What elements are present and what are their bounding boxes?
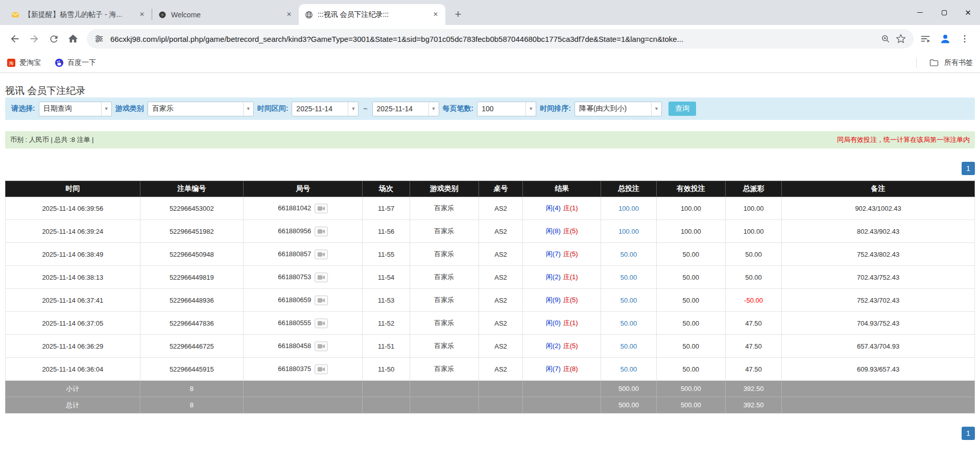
minimize-button[interactable] xyxy=(908,0,932,25)
table-row: 2025-11-14 06:38:49 522966450948 6618808… xyxy=(6,243,975,266)
time-cell: 2025-11-14 06:37:41 xyxy=(6,289,140,312)
divider xyxy=(916,58,917,68)
video-replay-icon[interactable] xyxy=(315,364,328,374)
valid-bet-cell: 100.00 xyxy=(656,197,725,220)
home-button[interactable] xyxy=(63,29,83,48)
video-replay-icon[interactable] xyxy=(315,318,328,328)
sort-order-label: 时间排序: xyxy=(540,104,571,113)
bet-records-table: 时间 注单编号 局号 场次 游戏类别 桌号 结果 总投注 有效投注 总派彩 备注… xyxy=(5,181,975,413)
tabs: 【新提醒】杨雪儿的帖子 - 海... ✕ Welcome ✕ :::视讯 会员下… xyxy=(0,4,466,25)
bet-id-cell: 522966449819 xyxy=(140,266,243,289)
tab-title: Welcome xyxy=(171,11,280,19)
valid-bet-cell: 50.00 xyxy=(656,335,725,358)
close-icon[interactable]: ✕ xyxy=(284,10,294,19)
folder-icon xyxy=(929,58,939,68)
sort-order-select[interactable]: 降幂(由大到小) ▼ xyxy=(575,102,662,116)
video-replay-icon[interactable] xyxy=(315,204,328,213)
valid-bet-cell: 50.00 xyxy=(656,266,725,289)
profile-avatar-icon[interactable] xyxy=(939,33,951,45)
url-text: 66cxkj98.com/ipl/portal.php/game/betreco… xyxy=(110,35,872,43)
game-type-select[interactable]: 百家乐 ▼ xyxy=(148,102,254,116)
game-type-cell: 百家乐 xyxy=(410,243,479,266)
chevron-down-icon: ▼ xyxy=(651,102,661,116)
close-icon[interactable]: ✕ xyxy=(137,10,147,19)
tab-strip: 【新提醒】杨雪儿的帖子 - 海... ✕ Welcome ✕ :::视讯 会员下… xyxy=(0,0,980,25)
video-replay-icon[interactable] xyxy=(315,273,328,282)
video-replay-icon[interactable] xyxy=(315,250,328,259)
valid-bet-cell: 100.00 xyxy=(656,220,725,243)
game-type-cell: 百家乐 xyxy=(410,266,479,289)
video-replay-icon[interactable] xyxy=(315,227,328,236)
new-tab-button[interactable]: + xyxy=(450,7,466,22)
time-cell: 2025-11-14 06:39:24 xyxy=(6,220,140,243)
bet-id-cell: 522966445915 xyxy=(140,358,243,381)
result-player: 闲(8) xyxy=(546,227,561,235)
total-bet-cell[interactable]: 100.00 xyxy=(601,220,656,243)
total-bet-cell[interactable]: 50.00 xyxy=(601,358,656,381)
result-player: 闲(7) xyxy=(546,365,561,373)
bookmark-taobao[interactable]: 淘 爱淘宝 xyxy=(7,58,41,67)
date-from-select[interactable]: 2025-11-14 ▼ xyxy=(292,102,358,116)
all-bookmarks[interactable]: 所有书签 xyxy=(916,58,973,68)
browser-window: 【新提醒】杨雪儿的帖子 - 海... ✕ Welcome ✕ :::视讯 会员下… xyxy=(0,0,980,440)
subtotal-payout: 392.50 xyxy=(725,381,781,397)
page-1-button[interactable]: 1 xyxy=(962,427,975,440)
tab-title: :::视讯 会员下注纪录::: xyxy=(318,10,426,19)
page-1-button[interactable]: 1 xyxy=(962,162,975,175)
video-replay-icon[interactable] xyxy=(315,296,328,305)
forward-button[interactable] xyxy=(25,29,44,48)
media-controls-icon[interactable] xyxy=(920,33,931,44)
date-range-separator: ~ xyxy=(363,105,367,113)
table-header-row: 时间 注单编号 局号 场次 游戏类别 桌号 结果 总投注 有效投注 总派彩 备注 xyxy=(6,181,975,197)
chevron-down-icon: ▼ xyxy=(428,102,439,116)
close-icon[interactable]: ✕ xyxy=(431,10,440,19)
menu-dots-icon[interactable] xyxy=(960,34,970,44)
chevron-down-icon: ▼ xyxy=(525,102,536,116)
site-settings-icon[interactable] xyxy=(94,34,104,44)
search-button[interactable]: 查询 xyxy=(668,102,696,116)
table-row: 2025-11-14 06:39:24 522966451982 6618809… xyxy=(6,220,975,243)
back-button[interactable] xyxy=(5,29,25,48)
table-row: 2025-11-14 06:38:13 522966449819 6618807… xyxy=(6,266,975,289)
maximize-button[interactable] xyxy=(932,0,956,25)
payout-cell: 47.50 xyxy=(725,312,781,335)
total-bet-cell[interactable]: 100.00 xyxy=(601,197,656,220)
tab-bet-record[interactable]: :::视讯 会员下注纪录::: ✕ xyxy=(299,4,445,25)
subtotal-valid-bet: 500.00 xyxy=(656,381,725,397)
tab-welcome[interactable]: Welcome ✕ xyxy=(152,4,299,25)
page-size-select[interactable]: 100 ▼ xyxy=(477,102,536,116)
bet-id-cell: 522966451982 xyxy=(140,220,243,243)
total-bet-cell[interactable]: 50.00 xyxy=(601,289,656,312)
address-bar[interactable]: 66cxkj98.com/ipl/portal.php/game/betreco… xyxy=(87,29,914,48)
bookmark-baidu[interactable]: 百度一下 xyxy=(55,58,96,67)
dark-logo-icon xyxy=(158,11,166,19)
bookmark-star-icon[interactable] xyxy=(893,31,909,46)
payout-cell: 100.00 xyxy=(725,197,781,220)
total-bet-cell[interactable]: 50.00 xyxy=(601,266,656,289)
zoom-icon[interactable] xyxy=(878,31,893,46)
result-banker: 庄(1) xyxy=(563,273,578,281)
table-number-cell: AS2 xyxy=(479,266,522,289)
note-cell: 609.93/657.43 xyxy=(782,358,975,381)
result-banker: 庄(1) xyxy=(563,319,578,327)
minimize-icon xyxy=(917,12,923,13)
total-payout: 392.50 xyxy=(725,397,781,413)
game-type-label: 游戏类别 xyxy=(115,104,144,113)
game-type-cell: 百家乐 xyxy=(410,289,479,312)
bet-id-cell: 522966447836 xyxy=(140,312,243,335)
query-mode-select[interactable]: 日期查询 ▼ xyxy=(39,102,112,116)
total-bet-cell[interactable]: 50.00 xyxy=(601,243,656,266)
chevron-down-icon: ▼ xyxy=(101,102,111,116)
total-bet-cell[interactable]: 50.00 xyxy=(601,335,656,358)
table-number-cell: AS2 xyxy=(479,243,522,266)
valid-bet-cell: 50.00 xyxy=(656,243,725,266)
all-bookmarks-label: 所有书签 xyxy=(944,58,973,67)
forward-icon xyxy=(29,33,40,44)
close-window-button[interactable]: ✕ xyxy=(956,0,980,25)
total-bet-cell[interactable]: 50.00 xyxy=(601,312,656,335)
tab-forum-post[interactable]: 【新提醒】杨雪儿的帖子 - 海... ✕ xyxy=(5,4,152,25)
video-replay-icon[interactable] xyxy=(315,341,328,351)
session-cell: 11-56 xyxy=(363,220,410,243)
date-to-select[interactable]: 2025-11-14 ▼ xyxy=(372,102,439,116)
refresh-button[interactable] xyxy=(44,29,63,48)
